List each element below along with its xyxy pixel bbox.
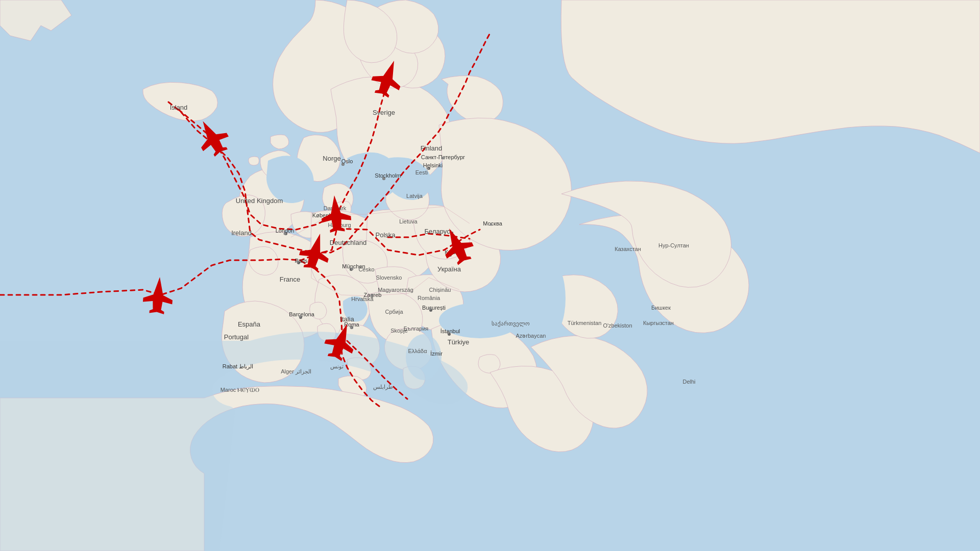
- label-kyrgyzstan2: Кыргызстан: [643, 320, 674, 326]
- svg-point-3: [406, 334, 442, 380]
- map-container: Ísland Norge Sverige Finland United King…: [0, 0, 980, 551]
- label-city-paris: Paris: [295, 258, 308, 264]
- label-city-rabat: Rabat الرباط: [223, 363, 253, 370]
- label-iceland: Ísland: [170, 104, 188, 111]
- label-tunisia: تونس: [330, 363, 344, 370]
- label-moldova: Chișinău: [429, 287, 451, 293]
- label-ireland: Ireland: [231, 229, 252, 237]
- label-kazakhstan: Казахстан: [615, 246, 641, 252]
- label-kyrgyzstan: Бишкек: [651, 305, 671, 311]
- label-estonia: Eesti: [415, 169, 428, 176]
- dot-stockholm: [383, 178, 385, 180]
- label-uzbekistan: O'zbekiston: [603, 322, 632, 329]
- label-azerbaijan: Azərbaycan: [516, 333, 546, 339]
- dot-zagreb: [371, 294, 373, 297]
- label-latvia: Latvija: [406, 193, 423, 199]
- label-algeria: Alger الجزائر: [281, 368, 311, 375]
- label-turkey: Türkiye: [448, 338, 470, 346]
- label-uk: United Kingdom: [236, 197, 283, 205]
- label-romania: România: [418, 295, 440, 301]
- label-france: France: [280, 276, 300, 283]
- label-ukraine: Україна: [437, 265, 461, 273]
- dot-munich: [351, 268, 354, 270]
- dot-barcelona: [299, 315, 302, 318]
- label-belarus: Беларусь: [425, 228, 454, 235]
- label-city-izmir: İzmir: [430, 350, 443, 357]
- label-portugal: Portugal: [224, 333, 249, 341]
- dot-rome: [350, 327, 353, 329]
- label-india: Delhi: [682, 379, 695, 385]
- label-greece: Ελλάδα: [408, 348, 427, 354]
- label-georgia: საქართველო: [492, 320, 530, 327]
- dot-oslo: [342, 163, 345, 166]
- dot-peterburg: [442, 157, 445, 160]
- dot-moscow: [490, 223, 493, 226]
- label-slovakia: Slovensko: [376, 274, 402, 281]
- label-sweden: Sverige: [373, 109, 395, 116]
- label-finland: Finland: [421, 144, 443, 152]
- label-poland: Polska: [375, 231, 396, 239]
- label-northmac: Skopje: [390, 328, 408, 334]
- map-svg: Ísland Norge Sverige Finland United King…: [0, 0, 980, 551]
- label-city-helsinki: Helsinki: [423, 162, 443, 168]
- label-city-bucharest: București: [422, 305, 446, 311]
- label-norway: Norge: [323, 155, 340, 162]
- svg-point-2: [537, 262, 566, 335]
- label-city-munich: München: [342, 263, 365, 269]
- label-maroc: Maroc ⲘⲈⲨⲰⲞ: [220, 387, 260, 393]
- dot-istanbul: [447, 332, 450, 334]
- label-germany: Deutschland: [330, 239, 366, 246]
- dot-bucharest: [429, 308, 432, 310]
- dot-paris: [297, 261, 299, 263]
- dot-helsinki: [427, 167, 429, 170]
- label-city-barcelona: Barcelona: [289, 311, 314, 317]
- dot-london: [284, 233, 286, 235]
- label-city-stockholm: Stockholm: [375, 172, 401, 179]
- label-spain: España: [238, 320, 261, 328]
- label-hungary: Magyarország: [378, 287, 413, 293]
- label-lithuania: Lietuva: [399, 218, 418, 224]
- label-serbia: Србија: [385, 309, 403, 315]
- label-city-istanbul: İstanbul: [440, 328, 460, 334]
- label-nur: Нур-Султан: [658, 242, 689, 248]
- label-turkmenistan: Türkmenistan: [568, 320, 602, 326]
- label-libya: طرابلس: [373, 384, 393, 390]
- label-city-moscow: Москва: [483, 220, 502, 227]
